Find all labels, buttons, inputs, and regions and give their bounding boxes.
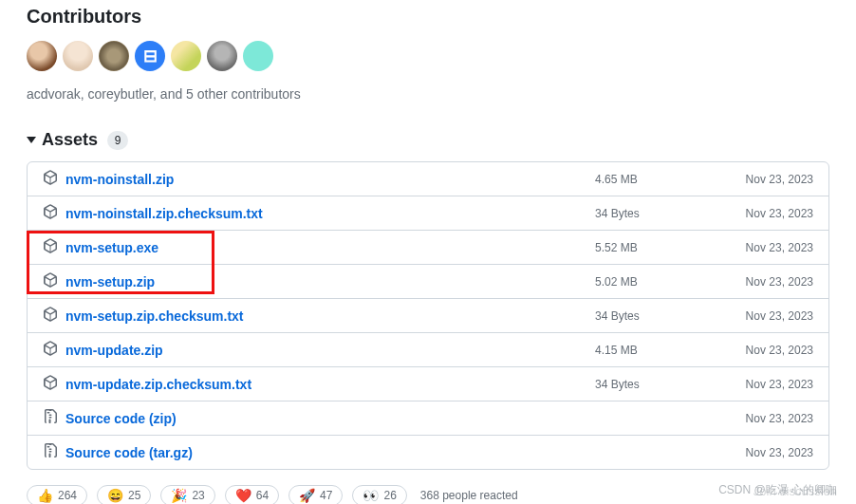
join-discussion-link[interactable]: Join discussion (754, 484, 837, 498)
package-icon (43, 204, 58, 222)
asset-link[interactable]: Source code (zip) (43, 409, 595, 427)
reactions-bar: 👍264😄25🎉23❤️64🚀47👀26 368 people reacted (27, 481, 829, 504)
asset-size: 34 Bytes (595, 309, 718, 323)
reaction-count: 26 (383, 489, 396, 502)
asset-date: Nov 23, 2023 (718, 446, 813, 459)
avatar[interactable]: ⊟ (135, 41, 165, 71)
asset-row: nvm-noinstall.zip 4.65 MB Nov 23, 2023 (28, 162, 828, 196)
reaction-emoji-icon: ❤️ (235, 488, 251, 503)
reaction-pill[interactable]: 🚀47 (288, 485, 343, 504)
asset-size: 34 Bytes (595, 207, 718, 220)
package-icon (43, 272, 58, 290)
assets-count-badge: 9 (107, 131, 128, 150)
asset-link[interactable]: Source code (tar.gz) (43, 443, 595, 461)
contributors-title: Contributors (27, 6, 829, 28)
asset-link[interactable]: nvm-noinstall.zip.checksum.txt (43, 204, 595, 222)
assets-list: nvm-noinstall.zip 4.65 MB Nov 23, 2023 n… (27, 161, 829, 470)
asset-filename: Source code (tar.gz) (65, 445, 193, 460)
asset-filename: nvm-setup.exe (65, 240, 158, 255)
reaction-pill[interactable]: 👀26 (352, 485, 406, 504)
avatar[interactable] (243, 41, 273, 71)
asset-row: Source code (zip) Nov 23, 2023 (28, 401, 828, 435)
reaction-emoji-icon: 👍 (37, 488, 53, 503)
asset-date: Nov 23, 2023 (718, 207, 813, 220)
package-icon (43, 307, 58, 325)
asset-row: nvm-setup.zip 5.02 MB Nov 23, 2023 (28, 264, 828, 298)
asset-filename: nvm-setup.zip (65, 274, 155, 289)
assets-header[interactable]: Assets 9 (27, 130, 829, 150)
asset-filename: Source code (zip) (65, 411, 177, 426)
asset-date: Nov 23, 2023 (718, 241, 813, 254)
reaction-emoji-icon: 😄 (107, 488, 123, 503)
reaction-count: 25 (128, 489, 140, 502)
reaction-count: 264 (58, 489, 77, 502)
asset-date: Nov 23, 2023 (718, 275, 813, 289)
asset-row: nvm-update.zip.checksum.txt 34 Bytes Nov… (28, 366, 828, 401)
asset-link[interactable]: nvm-update.zip (43, 341, 595, 359)
reaction-emoji-icon: 🎉 (171, 488, 187, 503)
caret-down-icon (27, 137, 36, 143)
reaction-pill[interactable]: 🎉23 (160, 485, 214, 504)
reactions-summary: 368 people reacted (420, 489, 518, 502)
asset-row: nvm-setup.zip.checksum.txt 34 Bytes Nov … (28, 298, 828, 332)
asset-row: nvm-setup.exe 5.52 MB Nov 23, 2023 (28, 230, 828, 264)
asset-row: nvm-noinstall.zip.checksum.txt 34 Bytes … (28, 196, 828, 230)
asset-filename: nvm-update.zip.checksum.txt (65, 377, 251, 392)
contributors-summary: acdvorak, coreybutler, and 5 other contr… (27, 86, 829, 102)
reaction-count: 47 (320, 489, 332, 502)
asset-filename: nvm-noinstall.zip.checksum.txt (65, 206, 263, 221)
asset-link[interactable]: nvm-update.zip.checksum.txt (43, 375, 595, 393)
reaction-emoji-icon: 👀 (363, 488, 379, 503)
reaction-emoji-icon: 🚀 (299, 488, 315, 503)
footer-right: CSDN @吃瀑 心的卿咖 Join discussion (718, 482, 837, 498)
asset-date: Nov 23, 2023 (718, 173, 813, 186)
asset-link[interactable]: nvm-setup.exe (43, 238, 595, 256)
asset-link[interactable]: nvm-setup.zip.checksum.txt (43, 307, 595, 325)
asset-row: Source code (tar.gz) Nov 23, 2023 (28, 435, 828, 469)
asset-filename: nvm-update.zip (65, 343, 163, 358)
asset-size: 34 Bytes (595, 378, 718, 391)
asset-date: Nov 23, 2023 (718, 344, 813, 357)
asset-filename: nvm-setup.zip.checksum.txt (65, 308, 244, 324)
avatar[interactable] (27, 41, 57, 71)
asset-filename: nvm-noinstall.zip (65, 172, 174, 187)
asset-size: 5.02 MB (595, 275, 718, 289)
reaction-pill[interactable]: 😄25 (97, 485, 151, 504)
package-icon (43, 375, 58, 393)
file-zip-icon (43, 409, 58, 427)
asset-size: 4.15 MB (595, 344, 718, 357)
asset-row: nvm-update.zip 4.15 MB Nov 23, 2023 (28, 332, 828, 366)
reaction-pill[interactable]: 👍264 (27, 485, 87, 504)
contributor-avatars: ⊟ (27, 41, 829, 71)
asset-date: Nov 23, 2023 (718, 309, 813, 323)
package-icon (43, 170, 58, 188)
reaction-pill[interactable]: ❤️64 (225, 485, 279, 504)
avatar[interactable] (171, 41, 201, 71)
package-icon (43, 341, 58, 359)
assets-title: Assets (42, 130, 98, 150)
reaction-count: 23 (192, 489, 204, 502)
asset-date: Nov 23, 2023 (718, 412, 813, 425)
avatar[interactable] (63, 41, 93, 71)
file-zip-icon (43, 443, 58, 461)
avatar[interactable] (207, 41, 237, 71)
contributors-section: Contributors ⊟ acdvorak, coreybutler, an… (27, 0, 829, 102)
reaction-count: 64 (256, 489, 269, 502)
asset-date: Nov 23, 2023 (718, 378, 813, 391)
asset-link[interactable]: nvm-noinstall.zip (43, 170, 595, 188)
asset-size: 4.65 MB (595, 173, 718, 186)
asset-link[interactable]: nvm-setup.zip (43, 272, 595, 290)
package-icon (43, 238, 58, 256)
avatar[interactable] (99, 41, 129, 71)
asset-size: 5.52 MB (595, 241, 718, 254)
